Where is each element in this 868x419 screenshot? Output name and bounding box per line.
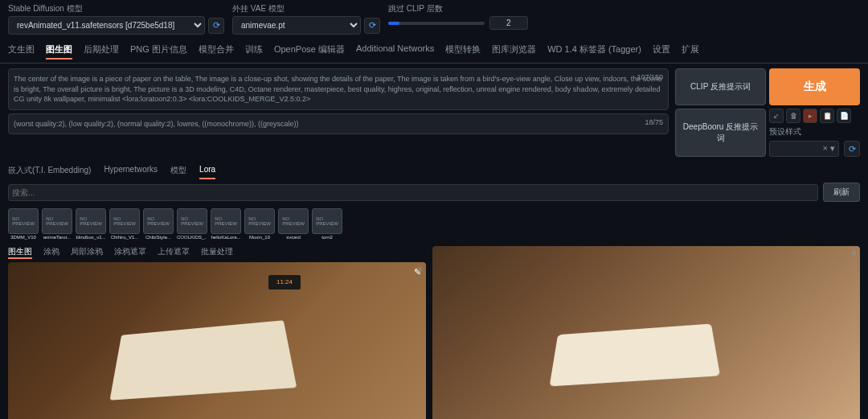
vae-select[interactable]: animevae.pt [232, 16, 361, 35]
nav-tab-8[interactable]: 模型转换 [445, 41, 481, 60]
vae-refresh-icon[interactable]: ⟳ [364, 18, 380, 34]
sd-model-select[interactable]: revAnimated_v11.safetensors [d725be5d18] [8, 16, 205, 35]
nav-tab-4[interactable]: 模型合并 [199, 41, 234, 60]
sd-refresh-icon[interactable]: ⟳ [208, 18, 224, 34]
trash-icon[interactable]: 🗑 [786, 109, 800, 123]
nav-tab-7[interactable]: Additional Networks [356, 41, 434, 60]
lora-card-label: Moxin_10 [244, 235, 275, 240]
input-image-preview[interactable]: 11:24 ✎ × [8, 262, 426, 419]
lora-card-6[interactable]: NOPREVIEW [211, 208, 241, 234]
style-select[interactable]: × ▾ [769, 141, 839, 157]
lora-card-2[interactable]: NOPREVIEW [76, 208, 106, 234]
lora-card-label: 3DMM_V10 [8, 235, 39, 240]
lora-card-3[interactable]: NOPREVIEW [109, 208, 140, 234]
nav-tab-11[interactable]: 设置 [653, 41, 670, 60]
nav-tab-10[interactable]: WD 1.4 标签器 (Tagger) [547, 41, 641, 60]
lora-card-label: svcard [278, 235, 309, 240]
lora-card-label: torn2 [312, 235, 342, 240]
lora-card-7[interactable]: NOPREVIEW [244, 208, 275, 234]
clip-skip-label: 跳过 CLIP 层数 [388, 3, 528, 14]
style-label: 预设样式 [769, 126, 860, 138]
img-tab-0[interactable]: 图生图 [8, 246, 32, 259]
lora-card-label: COOLKIDS_... [177, 235, 207, 240]
lora-card-label: ChibiStyle... [143, 235, 174, 240]
sub-tab-1[interactable]: Hypernetworks [104, 162, 158, 179]
clip-skip-value[interactable]: 2 [489, 16, 528, 30]
img-tab-4[interactable]: 上传遮罩 [158, 246, 190, 259]
neg-prompt-counter: 18/75 [645, 117, 663, 128]
img-tab-5[interactable]: 批量处理 [201, 246, 233, 259]
prompt-counter: 107/150 [637, 72, 663, 83]
img-tab-1[interactable]: 涂鸦 [43, 246, 59, 259]
deepbooru-button[interactable]: DeepBooru 反推提示词 [675, 109, 766, 157]
positive-prompt[interactable]: The center of the image is a piece of pa… [8, 68, 669, 110]
nav-tab-3[interactable]: PNG 图片信息 [130, 41, 187, 60]
nav-tab-12[interactable]: 扩展 [682, 41, 699, 60]
nav-tab-5[interactable]: 训练 [245, 41, 263, 60]
img-tab-3[interactable]: 涂鸦遮罩 [114, 246, 146, 259]
nav-tab-9[interactable]: 图库浏览器 [492, 41, 536, 60]
sub-tab-2[interactable]: 模型 [170, 162, 186, 179]
prompt-text: The center of the image is a piece of pa… [14, 75, 662, 103]
lora-card-label: blindbox_v1... [76, 235, 106, 240]
lora-card-label: helloKaLora... [211, 235, 241, 240]
nav-tab-0[interactable]: 文生图 [8, 41, 35, 60]
output-image[interactable]: × [432, 246, 860, 419]
arrow-icon[interactable]: ↙ [769, 109, 784, 123]
lora-card-4[interactable]: NOPREVIEW [143, 208, 174, 234]
lora-search-input[interactable] [8, 184, 818, 201]
nav-tab-6[interactable]: OpenPose 编辑器 [274, 41, 345, 60]
lora-card-1[interactable]: NOPREVIEW [42, 208, 72, 234]
sub-tab-3[interactable]: Lora [199, 162, 215, 179]
nav-tab-2[interactable]: 后期处理 [84, 41, 119, 60]
warn-icon[interactable]: ▸ [803, 109, 817, 123]
style-refresh-icon[interactable]: ⟳ [844, 141, 860, 157]
img-tab-2[interactable]: 局部涂鸦 [71, 246, 103, 259]
clip-interrogate-button[interactable]: CLIP 反推提示词 [675, 68, 766, 105]
sub-tab-0[interactable]: 嵌入式(T.I. Embedding) [8, 162, 91, 179]
negative-prompt[interactable]: (worst quality:2), (low quality:2), (nor… [8, 113, 669, 135]
lora-refresh-button[interactable]: 刷新 [823, 183, 860, 202]
clip-skip-slider[interactable] [388, 22, 485, 25]
close-image-icon[interactable]: × [417, 264, 423, 275]
save-style-icon[interactable]: 📋 [820, 109, 834, 123]
lora-card-8[interactable]: NOPREVIEW [278, 208, 309, 234]
neg-prompt-text: (worst quality:2), (low quality:2), (nor… [14, 120, 299, 128]
close-output-icon[interactable]: × [851, 248, 857, 259]
clock-display: 11:24 [268, 275, 301, 290]
lora-card-0[interactable]: NOPREVIEW [8, 208, 39, 234]
lora-card-5[interactable]: NOPREVIEW [177, 208, 207, 234]
nav-tab-1[interactable]: 图生图 [46, 41, 72, 60]
lora-card-label: Chihiro_V1... [109, 235, 140, 240]
lora-card-9[interactable]: NOPREVIEW [312, 208, 342, 234]
apply-style-icon[interactable]: 📄 [837, 109, 851, 123]
sd-model-label: Stable Diffusion 模型 [8, 3, 224, 14]
lora-card-label: animeTarot... [42, 235, 72, 240]
generate-button[interactable]: 生成 [769, 68, 860, 105]
vae-label: 外挂 VAE 模型 [232, 3, 380, 14]
